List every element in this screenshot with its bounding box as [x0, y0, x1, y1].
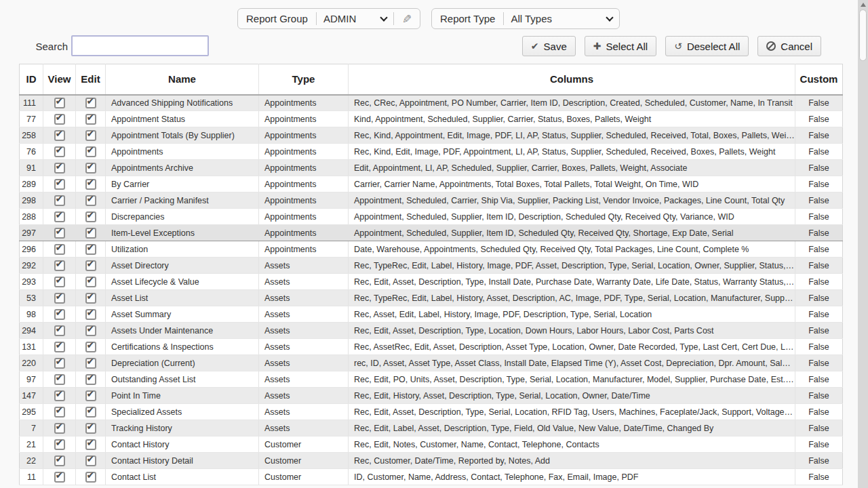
- edit-checkbox[interactable]: ✔: [85, 293, 96, 304]
- edit-checkbox[interactable]: ✔: [85, 98, 96, 108]
- edit-checkbox[interactable]: ✔: [85, 423, 96, 434]
- row-name-cell: Asset Summary: [106, 306, 259, 323]
- edit-checkbox[interactable]: ✔: [85, 407, 96, 418]
- table-row[interactable]: 91✔✔Appointments ArchiveAppointmentsEdit…: [20, 160, 843, 176]
- select-all-button[interactable]: ✚ Select All: [585, 36, 656, 56]
- row-name-cell: Point In Time: [106, 388, 259, 404]
- edit-checkbox[interactable]: ✔: [85, 228, 96, 239]
- edit-cell: ✔: [76, 111, 106, 127]
- view-checkbox[interactable]: ✔: [54, 277, 65, 287]
- report-type-box: Report Type All Types: [431, 8, 620, 29]
- view-checkbox[interactable]: ✔: [54, 179, 65, 190]
- view-checkbox[interactable]: ✔: [54, 130, 65, 141]
- view-checkbox[interactable]: ✔: [54, 260, 65, 271]
- table-row[interactable]: 131✔✔Certifications & InspectionsAssetsR…: [20, 339, 843, 355]
- save-button[interactable]: ✔ Save: [522, 36, 576, 56]
- view-checkbox[interactable]: ✔: [54, 407, 65, 418]
- table-row[interactable]: 293✔✔Asset Lifecycle & ValueAssetsRec, E…: [20, 274, 843, 290]
- edit-checkbox[interactable]: ✔: [85, 146, 96, 157]
- edit-checkbox[interactable]: ✔: [85, 163, 96, 174]
- view-checkbox[interactable]: ✔: [54, 472, 65, 483]
- row-name-cell: Assets Under Maintenance: [106, 323, 259, 339]
- pencil-icon[interactable]: ✎: [394, 12, 420, 26]
- edit-cell: ✔: [76, 371, 106, 388]
- view-checkbox[interactable]: ✔: [54, 374, 65, 385]
- edit-checkbox[interactable]: ✔: [85, 439, 96, 450]
- table-row[interactable]: 288✔✔DiscrepanciesAppointmentsAppointmen…: [20, 209, 843, 225]
- view-checkbox[interactable]: ✔: [54, 98, 65, 108]
- table-row[interactable]: 289✔✔By CarrierAppointmentsCarrier, Carr…: [20, 176, 843, 192]
- table-row[interactable]: 294✔✔Assets Under MaintenanceAssetsRec, …: [20, 323, 843, 339]
- edit-cell: ✔: [76, 192, 106, 209]
- view-checkbox[interactable]: ✔: [54, 439, 65, 450]
- table-row[interactable]: 97✔✔Outstanding Asset ListAssetsRec, Edi…: [20, 371, 843, 388]
- table-row[interactable]: 111✔✔Advanced Shipping NotificationsAppo…: [20, 95, 843, 111]
- table-row[interactable]: 22✔✔Contact History DetailCustomerRec, C…: [20, 453, 843, 469]
- edit-cell: ✔: [76, 290, 106, 306]
- view-checkbox[interactable]: ✔: [54, 358, 65, 369]
- table-row[interactable]: 7✔✔Tracking HistoryAssetsRec, Edit, Labe…: [20, 420, 843, 436]
- edit-checkbox[interactable]: ✔: [85, 130, 96, 141]
- view-checkbox[interactable]: ✔: [54, 325, 65, 336]
- report-group-select[interactable]: ADMIN: [317, 9, 393, 28]
- view-checkbox[interactable]: ✔: [54, 342, 65, 352]
- vertical-scrollbar[interactable]: [858, 0, 868, 488]
- edit-checkbox[interactable]: ✔: [85, 455, 96, 466]
- edit-checkbox[interactable]: ✔: [85, 260, 96, 271]
- table-row[interactable]: 296✔✔UtilizationAppointmentsDate, Wareho…: [20, 241, 843, 258]
- row-columns-cell: Rec, Edit, Asset, Description, Type, Ser…: [349, 404, 795, 420]
- report-group-label: Report Group: [238, 13, 316, 24]
- edit-checkbox[interactable]: ✔: [85, 309, 96, 320]
- deselect-all-button[interactable]: ↺ Deselect All: [665, 36, 749, 56]
- view-checkbox[interactable]: ✔: [54, 146, 65, 157]
- edit-checkbox[interactable]: ✔: [85, 374, 96, 385]
- table-row[interactable]: 53✔✔Asset ListAssetsRec, TypeRec, Edit, …: [20, 290, 843, 306]
- row-columns-cell: Rec, Edit, Asset, Description, Type, Ins…: [349, 274, 795, 290]
- edit-checkbox[interactable]: ✔: [85, 211, 96, 222]
- view-checkbox[interactable]: ✔: [54, 114, 65, 125]
- search-input[interactable]: [71, 35, 209, 56]
- table-row[interactable]: 11✔✔Contact ListCustomerID, Customer, Na…: [20, 469, 843, 485]
- view-checkbox[interactable]: ✔: [54, 455, 65, 466]
- edit-checkbox[interactable]: ✔: [85, 325, 96, 336]
- table-row[interactable]: 298✔✔Carrier / Packing ManifestAppointme…: [20, 192, 843, 209]
- row-name-cell: Advanced Shipping Notifications: [106, 95, 259, 111]
- view-checkbox[interactable]: ✔: [54, 293, 65, 304]
- view-checkbox[interactable]: ✔: [54, 423, 65, 434]
- report-type-select[interactable]: All Types: [504, 9, 619, 28]
- table-row[interactable]: 258✔✔Appointment Totals (By Supplier)App…: [20, 127, 843, 144]
- table-row[interactable]: 147✔✔Point In TimeAssetsRec, Edit, Histo…: [20, 388, 843, 404]
- table-row[interactable]: 297✔✔Item-Level ExceptionsAppointmentsAp…: [20, 225, 843, 241]
- view-checkbox[interactable]: ✔: [54, 211, 65, 222]
- table-row[interactable]: 295✔✔Specialized AssetsAssetsRec, Edit, …: [20, 404, 843, 420]
- edit-checkbox[interactable]: ✔: [85, 244, 96, 255]
- view-checkbox[interactable]: ✔: [54, 390, 65, 401]
- view-checkbox[interactable]: ✔: [54, 163, 65, 174]
- edit-checkbox[interactable]: ✔: [85, 114, 96, 125]
- check-icon: ✔: [87, 193, 95, 204]
- view-checkbox[interactable]: ✔: [54, 244, 65, 255]
- view-checkbox[interactable]: ✔: [54, 309, 65, 320]
- edit-checkbox[interactable]: ✔: [85, 358, 96, 369]
- view-checkbox[interactable]: ✔: [54, 228, 65, 239]
- table-row[interactable]: 292✔✔Asset DirectoryAssetsRec, TypeRec, …: [20, 258, 843, 274]
- check-icon: ✔: [56, 144, 64, 155]
- edit-checkbox[interactable]: ✔: [85, 195, 96, 206]
- edit-checkbox[interactable]: ✔: [85, 472, 96, 483]
- check-icon: ✔: [56, 437, 64, 448]
- edit-checkbox[interactable]: ✔: [85, 342, 96, 352]
- table-row[interactable]: 77✔✔Appointment StatusAppointmentsKind, …: [20, 111, 843, 127]
- scroll-up-icon[interactable]: [861, 3, 866, 7]
- check-icon: ✔: [56, 193, 64, 204]
- edit-checkbox[interactable]: ✔: [85, 390, 96, 401]
- edit-checkbox[interactable]: ✔: [85, 277, 96, 287]
- view-checkbox[interactable]: ✔: [54, 195, 65, 206]
- table-row[interactable]: 21✔✔Contact HistoryCustomerRec, Edit, No…: [20, 436, 843, 453]
- table-row[interactable]: 98✔✔Asset SummaryAssetsRec, Asset, Edit,…: [20, 306, 843, 323]
- edit-checkbox[interactable]: ✔: [85, 179, 96, 190]
- table-row[interactable]: 220✔✔Depreciation (Current)Assetsrec, ID…: [20, 355, 843, 371]
- scrollbar-thumb[interactable]: [859, 9, 867, 61]
- cancel-button[interactable]: Cancel: [757, 36, 821, 56]
- table-row[interactable]: 76✔✔AppointmentsAppointmentsRec, Kind, E…: [20, 144, 843, 160]
- row-custom-cell: False: [795, 371, 843, 388]
